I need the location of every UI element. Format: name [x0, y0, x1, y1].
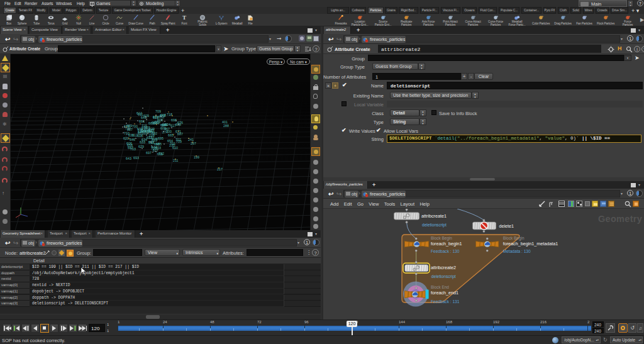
svg-text:267: 267: [191, 141, 196, 145]
svg-text:669: 669: [145, 130, 151, 133]
svg-text:235: 235: [169, 143, 175, 147]
svg-text:606: 606: [126, 141, 132, 145]
svg-text:274: 274: [162, 130, 168, 134]
svg-text:651: 651: [138, 131, 143, 135]
svg-text:700: 700: [132, 125, 138, 128]
svg-text:685: 685: [156, 142, 162, 146]
svg-text:689: 689: [155, 120, 160, 124]
svg-text:643: 643: [126, 157, 131, 160]
svg-text:665: 665: [157, 152, 163, 156]
svg-text:217: 217: [217, 167, 223, 171]
svg-text:718: 718: [148, 141, 154, 145]
svg-text:629: 629: [138, 145, 144, 148]
svg-text:517: 517: [170, 124, 176, 128]
svg-text:687: 687: [177, 132, 183, 136]
svg-text:698: 698: [171, 118, 177, 122]
svg-text:T: T: [182, 14, 186, 21]
svg-text:712: 712: [148, 135, 154, 139]
svg-text:612: 612: [132, 133, 138, 137]
svg-text:709: 709: [176, 140, 182, 143]
svg-text:654: 654: [167, 139, 173, 143]
svg-text:612: 612: [136, 111, 142, 115]
svg-text:709: 709: [155, 109, 161, 113]
svg-text:634: 634: [142, 138, 147, 141]
svg-text:697: 697: [146, 151, 152, 155]
svg-text:693: 693: [133, 156, 139, 160]
svg-text:552: 552: [158, 115, 164, 119]
svg-text:703: 703: [130, 147, 136, 151]
svg-text:288: 288: [223, 124, 229, 128]
svg-text:718: 718: [167, 113, 172, 116]
svg-text:695: 695: [158, 136, 164, 140]
svg-text:715: 715: [142, 124, 147, 128]
svg-text:665: 665: [168, 133, 174, 137]
